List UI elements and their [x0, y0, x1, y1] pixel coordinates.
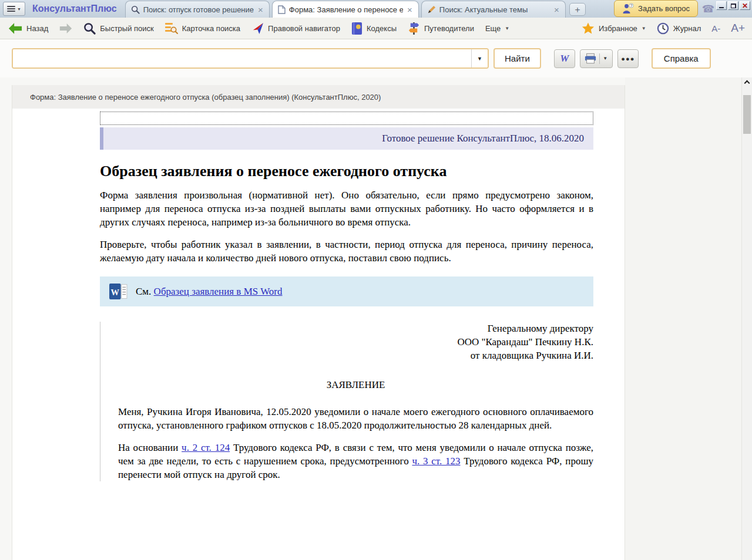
pen-icon — [427, 5, 436, 14]
legal-navigator-icon — [251, 22, 264, 35]
ask-question-label: Задать вопрос — [638, 4, 690, 13]
document-body: Готовое решение КонсультантПлюс, 18.06.2… — [12, 109, 625, 560]
main-toolbar: Назад Быстрый поиск Карточка поиска Прав… — [0, 18, 752, 39]
law-link-art124[interactable]: ч. 2 ст. 124 — [182, 442, 230, 453]
star-icon — [582, 22, 595, 35]
tab-label: Форма: Заявление о переносе ежегодного о… — [289, 5, 403, 14]
ask-question-button[interactable]: ? Задать вопрос — [614, 0, 698, 17]
legal-navigator-label: Правовой навигатор — [268, 24, 340, 33]
paragraph: Проверьте, чтобы работник указал в заявл… — [100, 238, 593, 265]
legal-navigator-button[interactable]: Правовой навигатор — [251, 22, 340, 35]
search-history-dropdown[interactable]: ▼ — [471, 49, 488, 68]
tab-search-result[interactable]: Поиск: отпуск готовое решение × — [125, 1, 270, 18]
content-region: Форма: Заявление о переносе ежегодного о… — [0, 77, 752, 560]
forward-button[interactable] — [59, 23, 72, 34]
window-close-icon: ✕ — [742, 2, 748, 9]
export-word-button[interactable]: W — [554, 49, 575, 68]
search-card-label: Карточка поиска — [182, 24, 240, 33]
paragraph: Меня, Ручкина Игоря Ивановича, 12.05.202… — [118, 405, 593, 432]
help-button[interactable]: Справка — [652, 48, 711, 69]
more-actions-button[interactable]: ●●● — [617, 49, 639, 68]
magnifier-icon — [83, 22, 96, 35]
close-window-button[interactable]: ✕ — [740, 1, 750, 10]
document-title-text: Форма: Заявление о переносе ежегодного о… — [30, 93, 381, 102]
favorites-button[interactable]: Избранное ▼ — [582, 22, 646, 35]
quick-search-button[interactable]: Быстрый поиск — [83, 22, 154, 35]
find-button[interactable]: Найти — [494, 48, 541, 69]
restore-button[interactable] — [728, 1, 738, 10]
printer-icon — [585, 53, 596, 64]
text-run: На основании — [118, 442, 182, 453]
see-label: См. — [136, 286, 154, 297]
journal-button[interactable]: Журнал — [657, 22, 701, 35]
document-icon — [278, 5, 286, 14]
scroll-up-button[interactable] — [742, 77, 752, 87]
scroll-up-icon — [744, 80, 750, 86]
left-margin — [0, 77, 12, 560]
new-tab-icon: ＋ — [573, 4, 582, 15]
svg-text:W: W — [111, 288, 120, 297]
right-panel — [625, 77, 741, 560]
window-controls: ✕ — [716, 1, 750, 10]
addressee-line: ООО "Карандаш" Печкину Н.К. — [118, 335, 593, 349]
scrollbar-thumb[interactable] — [743, 95, 751, 134]
print-button[interactable]: ▼ — [580, 49, 613, 68]
svg-text:?: ? — [630, 4, 633, 8]
back-button[interactable]: Назад — [8, 22, 48, 35]
guides-button[interactable]: Путеводители — [408, 22, 474, 35]
app-window: ▼ КонсультантПлюс Поиск: отпуск готовое … — [0, 0, 752, 560]
main-menu-button[interactable]: ▼ — [3, 2, 25, 16]
ellipsis-icon: ●●● — [621, 55, 634, 62]
tab-label: Поиск: отпуск готовое решение — [143, 5, 254, 14]
law-link-art123[interactable]: ч. 3 ст. 123 — [412, 456, 460, 467]
close-icon[interactable]: × — [407, 5, 413, 14]
back-label: Назад — [26, 24, 48, 33]
tab-label: Поиск: Актуальные темы — [439, 5, 550, 14]
codes-book-icon — [351, 22, 362, 35]
close-icon[interactable]: × — [553, 5, 560, 14]
tab-bar: ▼ КонсультантПлюс Поиск: отпуск готовое … — [0, 0, 752, 18]
chevron-down-icon: ▼ — [642, 26, 646, 31]
clock-icon — [657, 22, 669, 35]
paragraph: Форма заявления произвольная (нормативно… — [100, 188, 593, 229]
addressee-block: Генеральному директору ООО "Карандаш" Пе… — [118, 322, 593, 362]
addressee-line: Генеральному директору — [118, 322, 593, 335]
ms-word-note-text: См. Образец заявления в MS Word — [136, 286, 283, 298]
addressee-line: от кладовщика Ручкина И.И. — [118, 349, 593, 362]
guides-signpost-icon — [408, 22, 420, 35]
more-label: Еще — [485, 24, 501, 33]
document-panel: Форма: Заявление о переносе ежегодного о… — [12, 85, 625, 560]
ms-word-note: W См. Образец заявления в MS Word — [100, 276, 593, 306]
vertical-scrollbar[interactable] — [741, 77, 752, 560]
application-form: Генеральному директору ООО "Карандаш" Пе… — [100, 322, 593, 481]
document-heading: Образец заявления о переносе ежегодного … — [100, 163, 593, 180]
search-combo: ▼ — [12, 48, 489, 69]
tab-hot-topics[interactable]: Поиск: Актуальные темы × — [421, 1, 566, 18]
ms-word-sample-link[interactable]: Образец заявления в MS Word — [154, 286, 283, 297]
back-arrow-icon — [8, 22, 22, 35]
hamburger-icon — [7, 6, 15, 12]
chevron-down-icon: ▼ — [17, 7, 21, 11]
search-input[interactable] — [13, 49, 471, 68]
guides-label: Путеводители — [424, 24, 474, 33]
forward-arrow-icon — [59, 23, 72, 34]
codes-label: Кодексы — [367, 24, 397, 33]
new-tab-button[interactable]: ＋ — [569, 3, 586, 16]
tab-document-form[interactable]: Форма: Заявление о переносе ежегодного о… — [272, 1, 419, 18]
restore-icon — [731, 4, 736, 8]
phone-icon[interactable]: ☎ — [702, 3, 714, 15]
more-button[interactable]: Еще ▼ — [485, 24, 509, 33]
search-card-icon — [165, 22, 178, 34]
minimize-button[interactable] — [716, 1, 727, 10]
journal-label: Журнал — [673, 24, 701, 33]
codes-button[interactable]: Кодексы — [351, 22, 397, 35]
dropdown-arrow-icon[interactable]: ▼ — [599, 53, 607, 64]
word-w-icon: W — [560, 53, 569, 65]
font-decrease-button[interactable]: A- — [711, 23, 720, 33]
person-question-icon: ? — [622, 3, 634, 14]
font-increase-button[interactable]: A+ — [731, 22, 745, 35]
search-row: ▼ Найти W ▼ ●●● Справка — [0, 39, 752, 77]
ready-solution-banner: Готовое решение КонсультантПлюс, 18.06.2… — [100, 127, 593, 150]
close-icon[interactable]: × — [257, 5, 264, 14]
search-card-button[interactable]: Карточка поиска — [165, 22, 240, 34]
